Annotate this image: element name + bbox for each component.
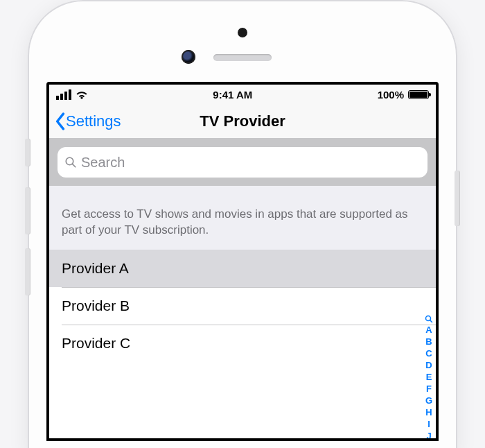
back-label: Settings	[66, 112, 121, 130]
index-letter[interactable]: J	[426, 431, 431, 438]
earpiece-speaker	[213, 54, 272, 61]
back-button[interactable]: Settings	[55, 112, 121, 130]
cell-signal-icon	[56, 89, 71, 100]
section-description: Get access to TV shows and movies in app…	[49, 186, 436, 250]
search-icon	[64, 156, 77, 169]
chevron-left-icon	[55, 112, 66, 130]
volume-down-button	[25, 248, 30, 295]
battery-icon	[408, 90, 429, 99]
volume-up-button	[25, 187, 30, 234]
svg-line-3	[430, 320, 432, 322]
power-button	[455, 171, 460, 226]
wifi-icon	[76, 89, 88, 99]
front-camera	[182, 50, 195, 64]
index-letter[interactable]: F	[426, 384, 432, 394]
index-letter[interactable]: E	[426, 372, 432, 382]
list-item[interactable]: Provider A	[49, 250, 436, 287]
provider-label: Provider C	[62, 335, 130, 352]
status-time: 9:41 AM	[213, 89, 252, 101]
index-letter[interactable]: H	[425, 407, 432, 417]
provider-label: Provider B	[62, 298, 130, 314]
list-item[interactable]: Provider C	[49, 325, 436, 362]
alpha-index[interactable]: A B C D E F G H I J	[425, 315, 433, 438]
index-letter[interactable]: I	[427, 419, 430, 429]
proximity-sensor	[238, 28, 247, 37]
battery-percent: 100%	[378, 89, 404, 101]
search-input[interactable]	[81, 155, 421, 171]
page-title: TV Provider	[200, 112, 285, 130]
search-icon	[425, 315, 433, 323]
nav-bar: Settings TV Provider	[49, 104, 436, 139]
index-letter[interactable]: B	[425, 336, 432, 347]
search-field[interactable]	[58, 147, 427, 178]
index-letter[interactable]: A	[425, 325, 432, 335]
svg-line-1	[72, 164, 75, 166]
index-letter[interactable]: G	[425, 395, 432, 406]
search-bar	[49, 139, 436, 186]
index-letter[interactable]: D	[425, 360, 432, 370]
list-item[interactable]: Provider B	[49, 287, 436, 325]
status-bar: 9:41 AM 100%	[49, 85, 436, 104]
mute-switch	[25, 139, 30, 166]
index-letter[interactable]: C	[425, 348, 432, 359]
provider-list: Provider A Provider B Provider C	[49, 250, 436, 362]
provider-label: Provider A	[62, 260, 129, 277]
